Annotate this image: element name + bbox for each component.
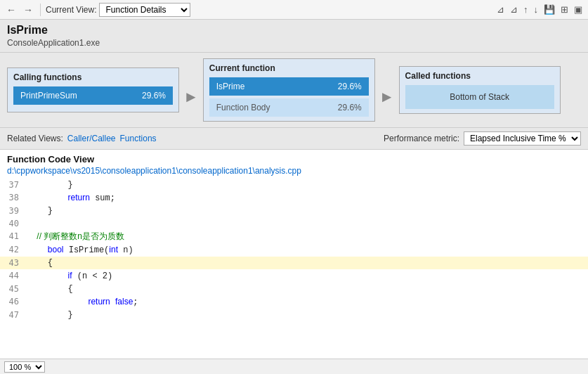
line-number: 42 [0,243,25,257]
toolbar: ← → Current View: Function Details ⊿ ⊿ ↑… [0,0,588,20]
current-function-header[interactable]: IsPrime 29.6% [209,77,369,96]
line-number: 46 [0,295,25,309]
table-row: 39 } [0,205,588,217]
exe-name: ConsoleApplication1.exe [7,38,581,48]
code-view: Function Code View d:\cppworkspace\vs201… [0,150,588,359]
code-view-title: Function Code View [0,150,588,166]
line-code: } [25,205,588,217]
status-bar: 100 % [0,359,588,374]
table-row: 44 if (n < 2) [0,269,588,283]
import-icon[interactable]: ↓ [533,3,540,16]
table-row: 40 [0,217,588,230]
current-function-body[interactable]: Function Body 29.6% [209,98,369,117]
functions-link[interactable]: Functions [120,134,157,143]
line-code: } [25,309,588,321]
table-row: 43 { [0,257,588,269]
table-row: 45 { [0,283,588,295]
line-code: { [25,283,588,295]
forward-button[interactable]: → [21,3,35,17]
table-row: 42 bool IsPrime(int n) [0,243,588,257]
current-view-label: Current View: [46,5,96,15]
line-number: 40 [0,217,25,230]
code-scroll-wrapper[interactable]: 37 }38 return sum;39 }4041 // 判断整数n是否为质数… [0,179,588,359]
bottom-of-stack-label: Bottom of Stack [450,92,509,102]
table-row: 37 } [0,179,588,191]
function-title: IsPrime [7,24,581,37]
current-panel-title: Current function [209,63,369,73]
line-number: 45 [0,283,25,295]
code-content: 37 }38 return sum;39 }4041 // 判断整数n是否为质数… [0,179,588,359]
called-panel-title: Called functions [405,71,554,81]
calling-panel-title: Calling functions [13,72,173,82]
called-panel-item[interactable]: Bottom of Stack [405,85,554,109]
related-bar: Related Views: Caller/Callee Functions P… [0,128,588,150]
calling-panel: Calling functions PrintPrimeSum 29.6% [7,67,179,112]
table-row: 47 } [0,309,588,321]
line-code: } [25,179,588,191]
metric-label: Performance metric: [384,134,459,143]
back-button[interactable]: ← [4,3,18,17]
code-table: 37 }38 return sum;39 }4041 // 判断整数n是否为质数… [0,179,588,321]
layout-icon[interactable]: ▣ [573,3,584,16]
line-number: 47 [0,309,25,321]
related-label: Related Views: [7,134,63,143]
called-panel: Called functions Bottom of Stack [399,66,561,114]
call-flow-area: Calling functions PrintPrimeSum 29.6% ► … [0,53,588,128]
zoom-select[interactable]: 100 % [4,361,45,373]
current-function-name: IsPrime [216,82,245,91]
columns-icon[interactable]: ⊞ [559,3,570,16]
line-code: { [25,257,588,269]
line-code: // 判断整数n是否为质数 [25,230,588,243]
function-body-label: Function Body [216,103,270,112]
related-left: Related Views: Caller/Callee Functions [7,134,157,143]
table-row: 41 // 判断整数n是否为质数 [0,230,588,243]
code-filepath[interactable]: d:\cppworkspace\vs2015\consoleapplicatio… [0,166,588,179]
line-code: if (n < 2) [25,269,588,283]
arrow-current-to-called: ► [379,88,395,106]
line-code: return sum; [25,191,588,205]
line-number: 44 [0,269,25,283]
calling-item-value: 29.6% [142,91,166,101]
table-row: 38 return sum; [0,191,588,205]
function-body-value: 29.6% [338,103,362,112]
header-panel: IsPrime ConsoleApplication1.exe [0,20,588,53]
metric-select[interactable]: Elapsed Inclusive Time % [464,131,581,146]
related-right: Performance metric: Elapsed Inclusive Ti… [384,131,581,146]
arrow-calling-to-current: ► [183,88,199,106]
calling-item-name: PrintPrimeSum [20,91,77,101]
calling-panel-item[interactable]: PrintPrimeSum 29.6% [13,86,173,105]
filter2-icon[interactable]: ⊿ [509,3,519,16]
line-code [25,217,588,230]
current-panel: Current function IsPrime 29.6% Function … [203,58,375,122]
save-icon[interactable]: 💾 [542,3,556,16]
line-code: return false; [25,295,588,309]
call-flow-panels: Calling functions PrintPrimeSum 29.6% ► … [7,58,581,122]
line-number: 43 [0,257,25,269]
line-number: 41 [0,230,25,243]
toolbar-separator-1 [40,4,41,16]
export-icon[interactable]: ↑ [522,3,530,16]
line-code: bool IsPrime(int n) [25,243,588,257]
filter-icon[interactable]: ⊿ [495,3,506,16]
current-function-value: 29.6% [338,82,362,91]
caller-callee-link[interactable]: Caller/Callee [67,134,116,143]
line-number: 37 [0,179,25,191]
table-row: 46 return false; [0,295,588,309]
view-select[interactable]: Function Details [99,3,190,17]
line-number: 39 [0,205,25,217]
line-number: 38 [0,191,25,205]
